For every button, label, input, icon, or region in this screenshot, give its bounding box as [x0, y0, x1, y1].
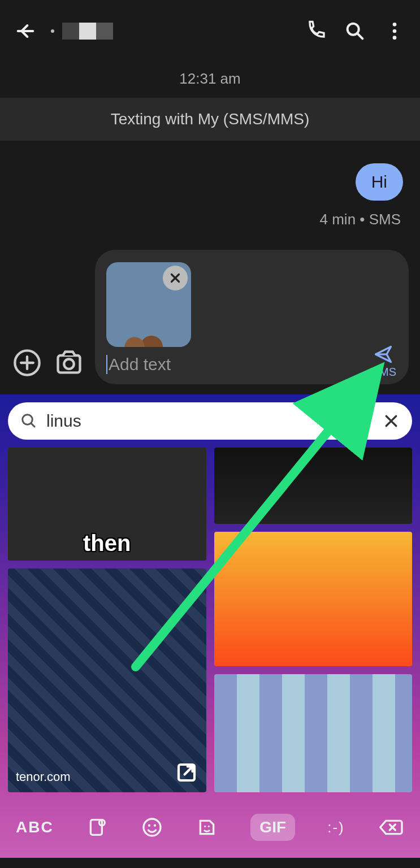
compose-row: MMS [0, 238, 420, 394]
emoji-icon [141, 816, 163, 839]
remove-attachment-button[interactable] [163, 266, 188, 290]
compose-input[interactable] [109, 355, 397, 374]
more-vertical-icon [383, 20, 406, 42]
protocol-banner: Texting with My (SMS/MMS) [0, 98, 420, 141]
text-cursor [106, 355, 107, 374]
conversation-header [0, 0, 420, 62]
contact-name-redacted [62, 23, 113, 40]
overflow-menu-button[interactable] [380, 17, 409, 45]
svg-point-11 [144, 819, 161, 836]
svg-point-6 [64, 359, 73, 369]
message-bubble: Hi [356, 163, 403, 201]
back-button[interactable] [11, 17, 40, 45]
svg-point-15 [208, 826, 210, 827]
message-meta: 4 min • SMS [17, 211, 403, 228]
svg-point-2 [393, 29, 397, 33]
attached-gif-preview[interactable] [106, 262, 191, 347]
contact-title[interactable] [51, 23, 290, 40]
add-attachment-button[interactable] [11, 347, 43, 379]
gif-result-tile[interactable] [214, 532, 413, 666]
send-icon [371, 344, 396, 364]
camera-button[interactable] [53, 347, 85, 379]
send-button[interactable]: MMS [370, 344, 396, 379]
gif-search-bar [8, 402, 412, 440]
send-mode-label: MMS [370, 366, 396, 379]
svg-point-13 [154, 824, 156, 827]
keyboard-gif-button[interactable]: GIF [250, 814, 295, 841]
gif-results-grid: then tenor.com [8, 448, 412, 792]
svg-rect-9 [90, 820, 102, 835]
clear-search-button[interactable] [383, 413, 400, 429]
search-icon [344, 20, 366, 42]
open-external-icon [175, 761, 198, 784]
clipboard-search-icon [86, 816, 109, 839]
outgoing-message[interactable]: Hi [17, 163, 403, 201]
backspace-icon [377, 816, 404, 839]
close-icon [168, 271, 183, 285]
keyboard-clipboard-button[interactable] [86, 816, 109, 839]
gif-result-tile[interactable] [214, 448, 413, 524]
camera-gallery-icon [54, 348, 84, 377]
svg-point-12 [148, 824, 150, 827]
call-button[interactable] [301, 17, 330, 45]
search-icon [20, 413, 37, 429]
keyboard-emoticon-button[interactable]: :-) [327, 819, 345, 836]
gif-result-tile[interactable]: tenor.com [8, 568, 206, 792]
sticker-icon [196, 816, 218, 839]
keyboard-sticker-button[interactable] [196, 816, 218, 839]
gif-result-tile[interactable] [214, 674, 413, 792]
gif-provider-label: tenor.com [16, 770, 71, 784]
status-dot-icon [51, 29, 54, 33]
close-icon [383, 413, 400, 429]
compose-box: MMS [95, 250, 409, 384]
open-external-button[interactable] [175, 761, 198, 784]
gif-picker-panel: then tenor.com ABC GIF :-) [0, 394, 420, 858]
svg-point-14 [204, 826, 206, 827]
svg-point-3 [393, 36, 397, 40]
keyboard-emoji-button[interactable] [141, 816, 163, 839]
conversation-timestamp: 12:31 am [0, 62, 420, 98]
message-list: Hi 4 min • SMS [0, 141, 420, 238]
keyboard-abc-button[interactable]: ABC [16, 818, 54, 836]
gif-search-input[interactable] [46, 411, 374, 431]
gif-result-tile[interactable]: then [8, 448, 206, 561]
keyboard-mode-bar: ABC GIF :-) [0, 797, 420, 858]
svg-point-1 [393, 23, 397, 27]
search-button[interactable] [341, 17, 369, 45]
gif-overlay-text: then [8, 531, 206, 556]
phone-icon [304, 20, 327, 42]
keyboard-backspace-button[interactable] [377, 816, 404, 839]
plus-circle-icon [12, 348, 42, 377]
back-arrow-icon [14, 20, 37, 42]
